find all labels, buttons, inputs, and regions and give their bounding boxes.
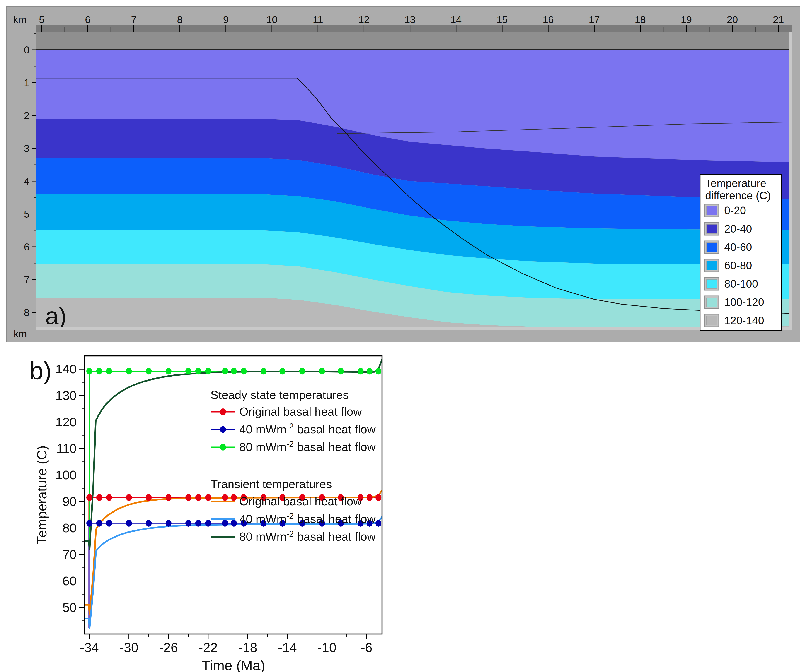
- data-point: [319, 368, 325, 374]
- y-tick-label: 130: [56, 388, 77, 403]
- plot-right-bevel: [789, 32, 792, 327]
- legend-transient-entry-1: 40 mWm-2 basal heat flow: [239, 511, 376, 525]
- y-tick-label: 60: [63, 574, 77, 588]
- x-axis-title: Time (Ma): [202, 657, 265, 672]
- data-point: [261, 368, 266, 374]
- data-point: [106, 494, 112, 501]
- depth-tick-label: 1: [24, 77, 30, 88]
- legend-entry-label: 80-100: [724, 278, 758, 290]
- x-tick-label: -6: [361, 640, 373, 655]
- x-tick-label: -34: [80, 640, 99, 655]
- top-tick-label: 7: [131, 14, 136, 25]
- y-axis-title: Temperature (C): [34, 446, 50, 545]
- y-tick-label: 110: [56, 441, 77, 456]
- data-point: [96, 368, 102, 374]
- data-point: [106, 520, 112, 527]
- depth-tick-label: 7: [24, 274, 30, 285]
- data-point: [195, 520, 201, 527]
- data-point: [375, 368, 382, 374]
- legend-entry-label: 100-120: [724, 296, 764, 308]
- data-point: [231, 368, 237, 374]
- data-point: [166, 494, 172, 501]
- data-point: [126, 368, 132, 374]
- x-tick-label: -22: [199, 640, 218, 655]
- legend-entry-label: 20-40: [724, 223, 752, 235]
- panel-b-line-chart: 5060708090100110120130140-34-30-26-22-18…: [23, 344, 408, 672]
- legend-entry-100-120: 100-120: [705, 296, 764, 309]
- top-tick-label: 20: [727, 14, 738, 25]
- top-tick-label: 5: [39, 14, 45, 25]
- legend-steady-title: Steady state temperatures: [210, 388, 349, 402]
- legend-steady-entry-0: Original basal heat flow: [239, 405, 362, 418]
- legend-entry-60-80: 60-80: [705, 259, 752, 272]
- data-point: [367, 368, 373, 374]
- top-tick-label: 18: [635, 14, 646, 25]
- data-point: [96, 494, 102, 501]
- data-point: [205, 520, 211, 527]
- y-tick-label: 140: [56, 362, 77, 376]
- data-point: [185, 368, 191, 374]
- data-point: [126, 494, 132, 501]
- top-tick-label: 13: [405, 14, 416, 25]
- data-point: [96, 520, 102, 527]
- x-tick-label: -10: [317, 640, 337, 655]
- legend-marker-dot: [220, 426, 226, 433]
- legend-title-line-1: Temperature: [705, 177, 766, 189]
- legend-steady-entry-1: 40 mWm-2 basal heat flow: [239, 422, 376, 436]
- data-point: [205, 368, 211, 374]
- data-point: [222, 368, 228, 374]
- panel-a-label: a): [45, 303, 66, 329]
- legend-chip-color: [707, 224, 717, 234]
- x-tick-label: -26: [159, 640, 178, 655]
- top-tick-label: 12: [358, 14, 370, 25]
- data-point: [299, 368, 305, 374]
- x-tick-label: -30: [119, 640, 139, 655]
- data-point: [367, 494, 373, 501]
- legend-entry-120-140: 120-140: [705, 314, 764, 327]
- depth-tick-label: 0: [24, 44, 30, 56]
- depth-tick-label: 4: [24, 176, 30, 187]
- legend-transient-entry-2: 80 mWm-2 basal heat flow: [239, 529, 376, 543]
- legend-box: Temperaturedifference (C)0-2020-4040-606…: [700, 175, 781, 331]
- depth-tick-label: 6: [24, 241, 30, 252]
- top-tick-label: 11: [313, 14, 323, 25]
- plot-bottom-bevel: [36, 327, 792, 330]
- above-surface-region: [36, 32, 789, 50]
- top-tick-label: 21: [773, 14, 784, 25]
- data-point: [185, 494, 191, 501]
- data-point: [146, 368, 152, 374]
- y-tick-label: 70: [63, 547, 77, 562]
- data-point: [375, 494, 382, 501]
- data-point: [126, 520, 132, 527]
- y-tick-label: 120: [56, 415, 77, 429]
- legend-transient-title: Transient temperatures: [210, 478, 332, 491]
- top-tick-label: 19: [681, 14, 692, 25]
- contour-plot-area: a): [32, 32, 792, 339]
- top-tick-label: 16: [543, 14, 554, 25]
- panel-a-cross-section: a)56789101112131415161718192021km0123456…: [7, 7, 800, 343]
- y-tick-label: 50: [63, 600, 77, 614]
- depth-tick-label: 8: [24, 307, 30, 318]
- data-point: [146, 520, 152, 527]
- data-point: [358, 368, 363, 374]
- depth-tick-label: 3: [24, 143, 30, 154]
- data-point: [231, 494, 237, 501]
- top-tick-label: 14: [451, 14, 462, 25]
- panel-b-label: b): [30, 357, 52, 384]
- data-point: [166, 368, 172, 374]
- legend-chip-color: [707, 298, 717, 307]
- legend-entry-label: 120-140: [724, 315, 764, 326]
- top-tick-label: 8: [177, 14, 182, 25]
- top-tick-label: 15: [497, 14, 508, 25]
- legend-entry-label: 40-60: [724, 241, 752, 253]
- data-point: [86, 520, 92, 527]
- legend-marker-dot: [220, 408, 226, 415]
- legend-marker-dot: [220, 444, 226, 451]
- ruler-bar: [36, 25, 792, 32]
- legend-entry-20-40: 20-40: [705, 222, 752, 235]
- data-point: [279, 368, 285, 374]
- data-point: [86, 494, 92, 501]
- data-point: [222, 520, 228, 527]
- legend-chip-color: [707, 243, 717, 252]
- legend-entry-40-60: 40-60: [705, 241, 752, 254]
